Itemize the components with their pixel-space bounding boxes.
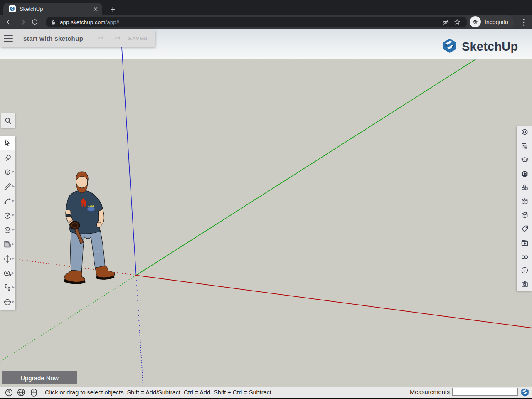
select-tool[interactable] [0, 136, 15, 150]
flyout-arrow-icon[interactable]: ▶ [12, 300, 15, 304]
upgrade-now-button[interactable]: Upgrade Now [2, 371, 77, 384]
lock-icon [51, 20, 56, 25]
sketchup-favicon-icon [9, 5, 16, 12]
scale-figure [64, 172, 115, 284]
components-panel-button[interactable] [517, 181, 532, 195]
star-icon[interactable] [451, 17, 463, 27]
browser-tab-strip: SketchUp [0, 0, 532, 15]
orbit-tool[interactable]: ▶ [0, 295, 15, 310]
flyout-arrow-icon[interactable]: ▶ [12, 286, 15, 289]
address-bar[interactable]: app.sketchup.com/app# [46, 17, 467, 27]
search-icon[interactable] [1, 113, 15, 128]
flyout-arrow-icon[interactable]: ▶ [12, 257, 15, 260]
model-info-panel-button[interactable] [517, 264, 532, 277]
reload-icon[interactable] [28, 16, 41, 28]
document-title[interactable]: start with sketchup [23, 35, 83, 42]
import-panel-button[interactable] [517, 277, 532, 291]
url-host: app.sketchup.com [60, 19, 106, 25]
help-icon[interactable] [2, 388, 15, 397]
back-icon[interactable] [3, 16, 16, 28]
3d-warehouse-panel-button[interactable] [517, 167, 532, 181]
arc-tool[interactable]: ▶ [0, 194, 15, 208]
close-icon[interactable] [92, 5, 99, 12]
entity-info-panel-button[interactable] [517, 126, 532, 139]
model-canvas[interactable] [0, 29, 532, 387]
circle-tool[interactable]: ▶ [0, 208, 15, 223]
language-globe-icon[interactable] [15, 388, 27, 397]
hamburger-icon[interactable] [4, 35, 13, 42]
flyout-arrow-icon[interactable]: ▶ [12, 185, 15, 188]
left-tool-palette: ▶▶▶▶▶▶▶▶▶▶ [0, 136, 15, 310]
tags-panel-button[interactable] [517, 222, 532, 236]
flyout-arrow-icon[interactable]: ▶ [12, 271, 15, 275]
flyout-arrow-icon[interactable]: ▶ [12, 214, 15, 217]
kebab-menu-icon[interactable] [519, 17, 528, 27]
flyout-arrow-icon[interactable]: ▶ [12, 228, 15, 232]
browser-tab[interactable]: SketchUp [3, 3, 102, 15]
sketchup-mini-logo-icon [520, 388, 530, 397]
status-hint-text: Click or drag to select objects. Shift =… [45, 389, 273, 396]
sketchup-logo-icon [442, 37, 458, 56]
flyout-arrow-icon[interactable]: ▶ [12, 199, 15, 202]
measurements-label: Measurements [410, 389, 450, 395]
undo-icon[interactable] [92, 35, 109, 42]
walk-tool[interactable]: ▶ [0, 281, 15, 295]
incognito-label: Incognito [485, 19, 508, 25]
instructor-panel-button[interactable] [517, 153, 532, 167]
paint-tool[interactable]: ▶ [0, 165, 15, 180]
app-toolbar: start with sketchup SAVED [0, 30, 155, 47]
follow-me-tool[interactable]: ▶ [0, 223, 15, 237]
materials-panel-button[interactable] [517, 208, 532, 222]
flyout-arrow-icon[interactable]: ▶ [12, 242, 15, 246]
new-tab-button[interactable] [107, 4, 118, 15]
saved-status: SAVED [128, 35, 147, 42]
eye-off-icon[interactable] [440, 17, 451, 27]
tape-measure-tool[interactable]: ▶ [0, 266, 15, 281]
tab-title: SketchUp [20, 6, 92, 12]
line-tool[interactable]: ▶ [0, 179, 15, 194]
right-panel-rail [517, 126, 532, 291]
move-tool[interactable]: ▶ [0, 251, 15, 266]
outliner-panel-button[interactable] [517, 139, 532, 153]
offset-tool[interactable]: ▶ [0, 237, 15, 252]
mouse-icon[interactable] [27, 388, 40, 397]
incognito-badge: Incognito [469, 15, 514, 28]
redo-icon[interactable] [109, 35, 126, 42]
eraser-tool[interactable] [0, 150, 15, 165]
solid-tools-panel-button[interactable] [517, 195, 532, 208]
forward-icon[interactable] [16, 16, 28, 28]
sketchup-web-window: SketchUp app.sketchup.com/app# [0, 0, 532, 399]
incognito-icon [470, 16, 481, 27]
sketchup-brand: SketchUp [442, 37, 518, 56]
measurements-input[interactable] [452, 388, 518, 396]
scenes-panel-button[interactable] [517, 236, 532, 250]
url-path: /app# [106, 19, 120, 25]
display-panel-button[interactable] [517, 250, 532, 264]
flyout-arrow-icon[interactable]: ▶ [12, 170, 15, 173]
brand-name: SketchUp [462, 40, 518, 54]
url-text: app.sketchup.com/app# [60, 19, 440, 25]
